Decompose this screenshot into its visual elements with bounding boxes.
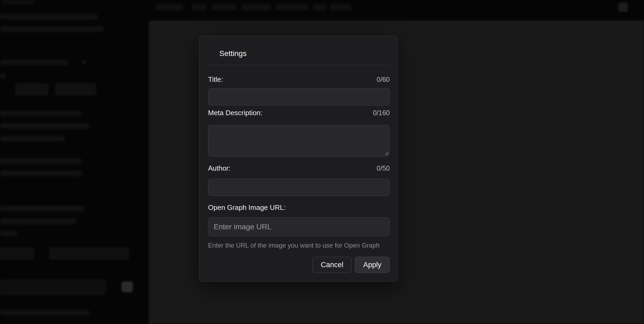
author-field-row: Author: 0/50 [208,164,390,172]
title-field-row: Title: 0/60 [208,75,390,84]
cancel-button[interactable]: Cancel [312,257,352,273]
title-label: Title: [208,75,223,84]
meta-description-wrap [208,125,390,157]
og-image-url-input[interactable] [208,217,390,236]
title-input[interactable] [208,88,390,105]
og-image-helper-text: Enter the URL of the image you want to u… [208,242,390,249]
meta-description-textarea[interactable] [208,125,390,157]
title-counter: 0/60 [377,76,390,83]
apply-button[interactable]: Apply [355,257,390,273]
divider [208,65,390,65]
og-image-field-row: Open Graph Image URL: [208,203,390,212]
author-counter: 0/50 [377,164,390,172]
app-window: Settings Title: 0/60 Meta Description: 0… [0,0,644,324]
meta-description-label: Meta Description: [208,109,262,117]
author-label: Author: [208,164,231,172]
dialog-title: Settings [219,49,246,58]
settings-dialog: Settings Title: 0/60 Meta Description: 0… [199,36,398,282]
meta-description-field-row: Meta Description: 0/160 [208,109,390,117]
dialog-actions: Cancel Apply [208,257,390,273]
og-image-label: Open Graph Image URL: [208,203,286,212]
meta-description-counter: 0/160 [373,109,390,117]
author-input[interactable] [208,179,390,196]
